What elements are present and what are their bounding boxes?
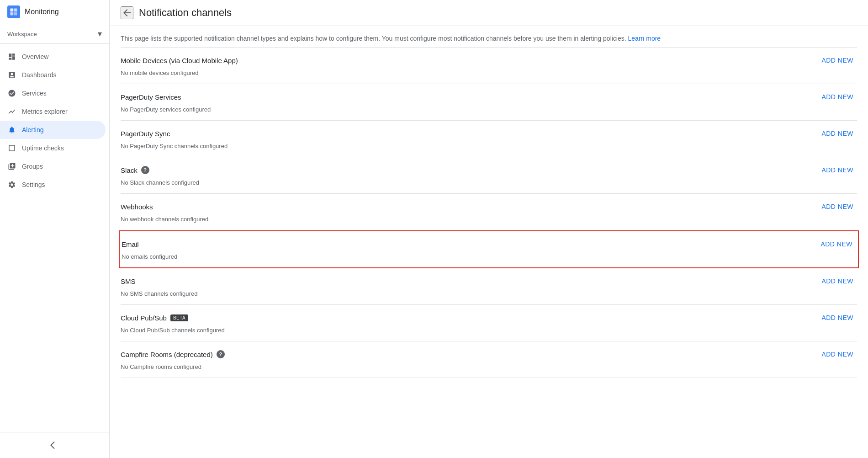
sidebar-item-metrics-explorer-label: Metrics explorer xyxy=(22,108,68,115)
alerting-icon xyxy=(7,125,16,134)
learn-more-link[interactable]: Learn more xyxy=(628,35,661,42)
channel-name-webhooks: Webhooks xyxy=(121,203,153,211)
channel-name-email: Email xyxy=(122,240,139,248)
main-content-area: Notification channels This page lists th… xyxy=(110,0,868,458)
sidebar-item-groups[interactable]: Groups xyxy=(0,157,106,176)
help-icon-campfire-rooms[interactable]: ? xyxy=(217,350,225,358)
sidebar-item-uptime-checks-label: Uptime checks xyxy=(22,144,64,152)
channel-header-email: EmailADD NEW xyxy=(122,239,856,250)
add-new-button-mobile-devices[interactable]: ADD NEW xyxy=(818,55,857,66)
sidebar-item-dashboards-label: Dashboards xyxy=(22,71,57,79)
nav-items: Overview Dashboards Services Metrics exp… xyxy=(0,44,109,432)
svg-rect-2 xyxy=(11,12,14,16)
channel-header-mobile-devices: Mobile Devices (via Cloud Mobile App)ADD… xyxy=(121,55,857,66)
svg-rect-0 xyxy=(11,9,14,12)
add-new-button-email[interactable]: ADD NEW xyxy=(817,239,856,250)
channel-name-pagerduty-services: PagerDuty Services xyxy=(121,93,181,101)
channel-section-pagerduty-services: PagerDuty ServicesADD NEWNo PagerDuty se… xyxy=(121,84,857,121)
channel-empty-cloud-pub-sub: No Cloud Pub/Sub channels configured xyxy=(121,327,857,334)
app-title: Monitoring xyxy=(25,8,59,16)
channel-section-pagerduty-sync: PagerDuty SyncADD NEWNo PagerDuty Sync c… xyxy=(121,121,857,157)
channel-section-webhooks: WebhooksADD NEWNo webhook channels confi… xyxy=(121,194,857,230)
sidebar-item-uptime-checks[interactable]: Uptime checks xyxy=(0,139,106,157)
channel-name-campfire-rooms: Campfire Rooms (deprecated) xyxy=(121,351,213,358)
app-logo xyxy=(7,5,20,18)
channel-section-mobile-devices: Mobile Devices (via Cloud Mobile App)ADD… xyxy=(121,48,857,84)
channel-empty-webhooks: No webhook channels configured xyxy=(121,216,857,223)
channel-name-mobile-devices: Mobile Devices (via Cloud Mobile App) xyxy=(121,57,238,64)
workspace-label: Workspace xyxy=(7,31,37,37)
sidebar-item-alerting[interactable]: Alerting xyxy=(0,121,106,139)
page-title: Notification channels xyxy=(139,7,232,19)
channel-header-sms: SMSADD NEW xyxy=(121,276,857,287)
channel-empty-mobile-devices: No mobile devices configured xyxy=(121,69,857,76)
svg-rect-1 xyxy=(14,9,17,12)
page-description: This page lists the supported notificati… xyxy=(121,26,857,48)
channel-header-webhooks: WebhooksADD NEW xyxy=(121,201,857,212)
back-button[interactable] xyxy=(121,6,133,19)
sidebar-item-services[interactable]: Services xyxy=(0,84,106,102)
metrics-explorer-icon xyxy=(7,107,16,116)
settings-icon xyxy=(7,180,16,189)
channel-header-campfire-rooms: Campfire Rooms (deprecated)?ADD NEW xyxy=(121,349,857,360)
channel-name-sms: SMS xyxy=(121,277,136,285)
workspace-chevron-icon: ▾ xyxy=(98,29,102,39)
channel-header-pagerduty-sync: PagerDuty SyncADD NEW xyxy=(121,128,857,139)
sidebar-header: Monitoring xyxy=(0,0,109,24)
channel-section-sms: SMSADD NEWNo SMS channels configured xyxy=(121,268,857,305)
svg-rect-3 xyxy=(14,12,17,16)
sidebar-bottom xyxy=(0,432,109,458)
add-new-button-pagerduty-services[interactable]: ADD NEW xyxy=(818,91,857,102)
channel-empty-email: No emails configured xyxy=(122,253,856,260)
channel-section-cloud-pub-sub: Cloud Pub/SubBETAADD NEWNo Cloud Pub/Sub… xyxy=(121,305,857,341)
add-new-button-webhooks[interactable]: ADD NEW xyxy=(818,201,857,212)
workspace-selector[interactable]: Workspace ▾ xyxy=(0,24,109,44)
add-new-button-slack[interactable]: ADD NEW xyxy=(818,165,857,176)
sidebar-item-dashboards[interactable]: Dashboards xyxy=(0,66,106,84)
channel-name-pagerduty-sync: PagerDuty Sync xyxy=(121,130,170,138)
services-icon xyxy=(7,89,16,98)
add-new-button-campfire-rooms[interactable]: ADD NEW xyxy=(818,349,857,360)
add-new-button-sms[interactable]: ADD NEW xyxy=(818,276,857,287)
channel-empty-slack: No Slack channels configured xyxy=(121,179,857,186)
sidebar-item-alerting-label: Alerting xyxy=(22,126,43,133)
channel-section-campfire-rooms: Campfire Rooms (deprecated)?ADD NEWNo Ca… xyxy=(121,341,857,378)
sidebar-item-settings-label: Settings xyxy=(22,181,45,188)
add-new-button-pagerduty-sync[interactable]: ADD NEW xyxy=(818,128,857,139)
add-new-button-cloud-pub-sub[interactable]: ADD NEW xyxy=(818,312,857,323)
sidebar-item-groups-label: Groups xyxy=(22,163,43,170)
channel-section-slack: Slack?ADD NEWNo Slack channels configure… xyxy=(121,157,857,194)
main-header: Notification channels xyxy=(110,0,868,26)
channel-name-cloud-pub-sub: Cloud Pub/Sub xyxy=(121,314,167,322)
channel-empty-sms: No SMS channels configured xyxy=(121,290,857,297)
channel-empty-pagerduty-sync: No PagerDuty Sync channels configured xyxy=(121,143,857,149)
channel-header-cloud-pub-sub: Cloud Pub/SubBETAADD NEW xyxy=(121,312,857,323)
main-scrollable-content: This page lists the supported notificati… xyxy=(110,26,868,458)
groups-icon xyxy=(7,162,16,171)
sidebar: Monitoring Workspace ▾ Overview Dashboar… xyxy=(0,0,110,458)
channel-header-pagerduty-services: PagerDuty ServicesADD NEW xyxy=(121,91,857,102)
channels-container: Mobile Devices (via Cloud Mobile App)ADD… xyxy=(121,48,857,378)
sidebar-item-overview-label: Overview xyxy=(22,53,48,60)
beta-badge-cloud-pub-sub: BETA xyxy=(170,314,188,321)
sidebar-item-services-label: Services xyxy=(22,90,47,97)
channel-section-email: EmailADD NEWNo emails configured xyxy=(119,230,859,268)
sidebar-item-overview[interactable]: Overview xyxy=(0,48,106,66)
sidebar-collapse-button[interactable] xyxy=(0,436,109,454)
description-text: This page lists the supported notificati… xyxy=(121,35,626,42)
uptime-checks-icon xyxy=(7,144,16,153)
sidebar-item-settings[interactable]: Settings xyxy=(0,176,106,194)
channel-empty-campfire-rooms: No Campfire rooms configured xyxy=(121,363,857,370)
sidebar-item-metrics-explorer[interactable]: Metrics explorer xyxy=(0,102,106,121)
dashboards-icon xyxy=(7,70,16,80)
channel-name-slack: Slack xyxy=(121,166,138,174)
help-icon-slack[interactable]: ? xyxy=(141,166,149,174)
channel-empty-pagerduty-services: No PagerDuty services configured xyxy=(121,106,857,113)
channel-header-slack: Slack?ADD NEW xyxy=(121,165,857,176)
overview-icon xyxy=(7,52,16,61)
